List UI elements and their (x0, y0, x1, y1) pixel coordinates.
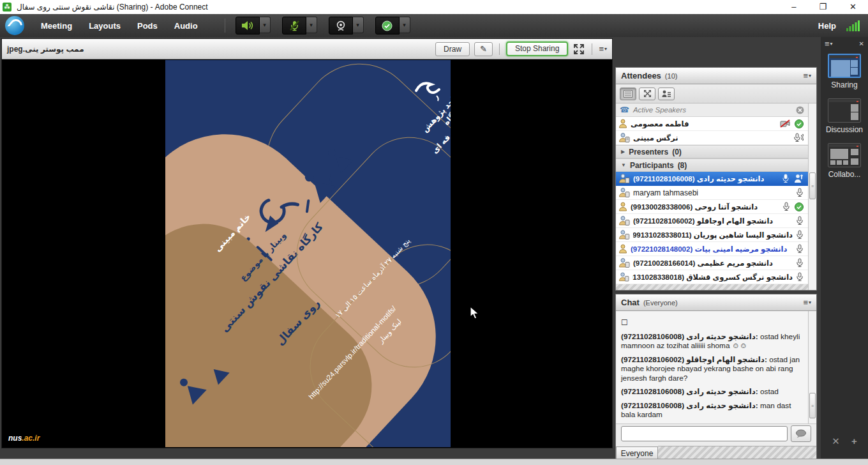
microphone-icon (796, 188, 804, 197)
speech-bubble-icon (795, 429, 807, 438)
window-title-bar: ⁂ نقاشی نقوش سنتی روی سفال (Sharing) - A… (0, 0, 868, 14)
menu-audio[interactable]: Audio (174, 21, 198, 31)
active-speaker-row[interactable]: فاطمه معصومی (616, 117, 808, 131)
menu-layouts[interactable]: Layouts (89, 21, 121, 31)
microphone-dropdown[interactable]: ▾ (306, 17, 317, 33)
status-dropdown[interactable]: ▾ (400, 17, 410, 33)
layout-collaboration-label[interactable]: Collabo... (828, 170, 861, 179)
participant-row[interactable]: دانشجو الیسا شاهین پوریان (9913102833801… (616, 228, 808, 242)
scrollbar-thumb[interactable]: ≡ (809, 393, 816, 418)
close-button[interactable]: ✕ (849, 0, 857, 14)
participant-name: دانشجو مرضیه امینی بیات (97221028148002) (631, 245, 787, 254)
attendees-pod: Attendees (10) ≡▾ ☎ Active Speakers (615, 67, 817, 291)
layout-discussion-thumbnail[interactable] (828, 98, 861, 123)
participant-row[interactable]: دانشجو الهام اوجاقلو (97211028106002) (616, 214, 808, 228)
status-button[interactable]: ▾ (375, 17, 410, 34)
arrows-out-icon (643, 89, 652, 98)
microphone-button[interactable]: ▾ (282, 17, 317, 34)
fullscreen-icon[interactable] (572, 43, 585, 56)
person-device-icon (618, 188, 630, 197)
person-icon (618, 244, 627, 254)
tab-everyone[interactable]: Everyone (616, 446, 658, 459)
participant-row[interactable]: دانشجو مریم عظیمی (97210028166014) (616, 256, 808, 270)
participants-list: دانشجو حدیثه رادی (97211028106008) ma (616, 172, 816, 290)
attendees-pod-header: Attendees (10) ≡▾ (616, 68, 816, 84)
pointer-pen-button[interactable]: ✎ (474, 42, 493, 56)
status-check-icon (382, 20, 393, 31)
menu-meeting[interactable]: Meeting (41, 21, 72, 31)
chat-message: دانشجو حدیثه رادی (97211028106008): man … (621, 401, 806, 420)
chat-title: Chat (621, 298, 640, 307)
pod-resize-hatch (616, 284, 808, 290)
list-view-button[interactable] (620, 88, 636, 100)
participants-group-header[interactable]: ▼ Participants (8) (616, 158, 808, 172)
participant-row[interactable]: دانشجو مرضیه امینی بیات (97221028148002) (616, 242, 808, 256)
scrollbar-thumb[interactable]: ≡ (809, 172, 816, 199)
stop-sharing-button[interactable]: Stop Sharing (506, 42, 568, 56)
minimize-button[interactable]: – (791, 0, 796, 14)
chat-messages-area[interactable]: ☐ دانشجو حدیثه رادی (97211028106008): os… (616, 311, 816, 424)
microphone-icon (796, 258, 804, 268)
webcam-dropdown[interactable]: ▾ (353, 17, 364, 33)
attendees-scrollbar[interactable]: ≡ (808, 103, 816, 290)
participant-row[interactable]: maryam tahmasebi (616, 186, 808, 200)
participant-row[interactable]: دانشجو نرگس کسروی قشلاق (99131028338018) (616, 270, 808, 284)
status-view-button[interactable] (658, 88, 675, 100)
share-pod-menu-icon[interactable]: ≡▾ (599, 44, 607, 54)
poster-logo (411, 74, 444, 105)
attendees-pod-menu-icon[interactable]: ≡▾ (803, 71, 811, 80)
layout-discussion-label[interactable]: Discussion (826, 125, 863, 134)
person-icon (618, 202, 627, 211)
presenters-count: (0) (672, 148, 682, 156)
layout-collaboration-thumbnail[interactable] (828, 143, 861, 167)
adobe-connect-logo (5, 16, 24, 35)
person-device-icon (618, 258, 630, 268)
pod-add-icon[interactable]: + (851, 436, 857, 447)
participant-row[interactable]: دانشجو حدیثه رادی (97211028106008) (616, 172, 808, 186)
speaker-button[interactable]: ▾ (236, 17, 271, 34)
draw-button[interactable]: Draw (435, 42, 470, 56)
chat-pod-menu-icon[interactable]: ≡▾ (803, 298, 811, 307)
breakout-view-button[interactable] (639, 88, 655, 100)
layout-bar-menu-icon[interactable]: ≡▾ (825, 39, 833, 49)
chat-input[interactable] (621, 426, 788, 441)
participant-name: دانشجو الهام اوجاقلو (97211028106002) (633, 217, 773, 225)
participant-row[interactable]: دانشجو آتنا روحی (99130028338006) (616, 200, 808, 214)
active-speakers-close-icon[interactable] (796, 106, 804, 114)
presenters-group-header[interactable]: ▶ Presenters (0) (616, 145, 808, 158)
microphone-icon (796, 272, 804, 282)
maximize-button[interactable]: ❐ (819, 0, 827, 14)
layout-sharing-thumbnail[interactable] (828, 54, 861, 78)
thumbnail-titlebar (829, 100, 860, 102)
active-speakers-bar: ☎ Active Speakers (616, 103, 808, 117)
menu-pods[interactable]: Pods (137, 21, 158, 31)
speaker-icon (241, 20, 255, 31)
menu-separator (225, 19, 225, 33)
person-device-icon (618, 272, 629, 282)
chat-pod-header: Chat (Everyone) ≡▾ (616, 294, 816, 311)
agree-check-icon (795, 202, 804, 211)
microphone-icon (796, 230, 804, 240)
layout-bar-close-icon[interactable]: ✕ (859, 40, 864, 47)
phone-icon: ☎ (620, 105, 629, 114)
toolbar-separator (499, 43, 500, 55)
chat-scrollbar[interactable]: ≡ (808, 311, 816, 423)
layout-bar: ≡▾ ✕ Sharing Discussion Collabo... ✕ (821, 37, 868, 459)
active-speaker-row[interactable]: نرگس مبینی (616, 131, 808, 145)
layout-sharing-label[interactable]: Sharing (831, 80, 857, 89)
shared-poster-image: واحد پژوهش دانشگاه فنی و حرفه ای استان ا… (165, 60, 451, 447)
person-device-icon (618, 230, 630, 240)
participant-name: دانشجو حدیثه رادی (97211028106008) (633, 174, 764, 183)
window-title: نقاشی نقوش سنتی روی سفال (Sharing) - Ado… (17, 3, 208, 11)
participants-label: Participants (630, 161, 674, 170)
pod-delete-icon[interactable]: ✕ (832, 436, 840, 447)
speaker-dropdown[interactable]: ▾ (260, 17, 271, 33)
person-icon (618, 119, 627, 128)
send-message-button[interactable] (791, 425, 811, 442)
adobe-connect-app-icon: ⁂ (3, 3, 11, 11)
shared-file-name: ممب پوستر ینی.jpeg (7, 45, 84, 54)
microphone-icon (796, 244, 804, 254)
menu-help[interactable]: Help (818, 21, 836, 31)
webcam-button[interactable]: ▾ (329, 17, 364, 34)
participant-name: دانشجو آتنا روحی (99130028338006) (631, 202, 758, 211)
